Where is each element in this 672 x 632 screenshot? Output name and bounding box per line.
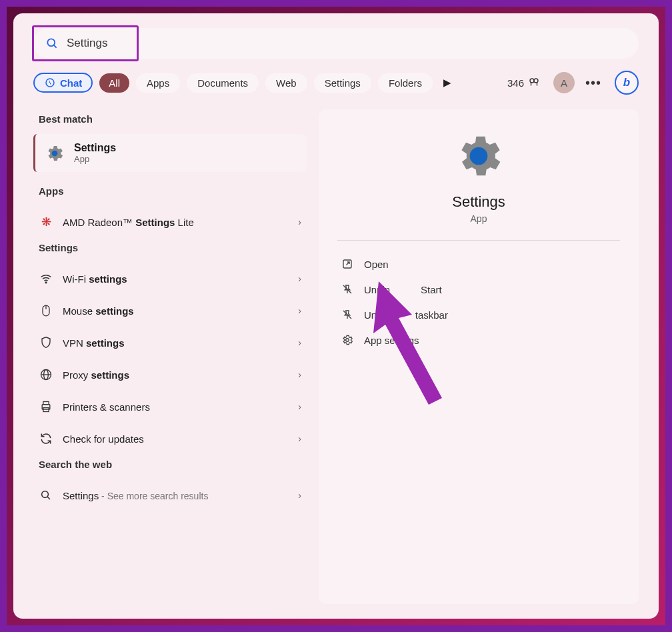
results-column: Best match Settings App Apps ❋ AMD Radeo… bbox=[33, 109, 307, 604]
svg-line-1 bbox=[54, 45, 57, 48]
rewards-icon bbox=[528, 77, 540, 89]
action-app-settings[interactable]: App settings bbox=[337, 329, 620, 351]
svg-point-21 bbox=[346, 339, 349, 342]
chevron-right-icon: › bbox=[298, 273, 301, 284]
wifi-icon bbox=[39, 271, 53, 286]
action-unpin-taskbar[interactable]: Unpin taskbar bbox=[337, 303, 620, 326]
bing-chat-icon bbox=[44, 77, 56, 89]
best-match-result[interactable]: Settings App bbox=[33, 134, 307, 172]
search-window: Chat All Apps Documents Web Settings Fol… bbox=[13, 13, 659, 619]
more-options-icon[interactable]: ••• bbox=[585, 75, 601, 91]
chevron-right-icon: › bbox=[298, 433, 301, 444]
refresh-icon bbox=[39, 431, 53, 446]
section-settings: Settings bbox=[33, 238, 307, 263]
svg-line-16 bbox=[47, 497, 50, 499]
divider bbox=[337, 240, 620, 241]
more-filters-icon[interactable]: ▶ bbox=[443, 77, 451, 89]
chevron-right-icon: › bbox=[298, 337, 301, 348]
globe-icon bbox=[39, 367, 53, 382]
setting-proxy[interactable]: Proxy settings › bbox=[33, 359, 307, 391]
setting-wifi[interactable]: Wi-Fi settings › bbox=[33, 263, 307, 295]
filter-folders[interactable]: Folders bbox=[378, 73, 433, 93]
section-apps: Apps bbox=[33, 181, 307, 206]
unpin-icon bbox=[341, 283, 353, 295]
panel-subtitle: App bbox=[471, 213, 487, 224]
preview-panel: Settings App Open Unpin Start Unpin task… bbox=[319, 109, 639, 604]
filter-documents[interactable]: Documents bbox=[187, 73, 259, 93]
filter-row: Chat All Apps Documents Web Settings Fol… bbox=[33, 71, 639, 95]
svg-point-3 bbox=[530, 79, 534, 83]
filter-chat[interactable]: Chat bbox=[33, 73, 93, 93]
filter-all[interactable]: All bbox=[99, 73, 129, 93]
chevron-right-icon: › bbox=[298, 217, 301, 227]
svg-point-6 bbox=[45, 282, 47, 283]
filter-chat-label: Chat bbox=[60, 77, 82, 89]
action-list: Open Unpin Start Unpin taskbar App setti… bbox=[337, 253, 620, 351]
svg-rect-13 bbox=[43, 402, 49, 405]
svg-point-15 bbox=[42, 491, 49, 498]
chevron-right-icon: › bbox=[298, 401, 301, 412]
amd-icon: ❋ bbox=[39, 215, 53, 229]
search-icon bbox=[39, 488, 53, 503]
chevron-right-icon: › bbox=[298, 490, 301, 501]
app-result-label: AMD Radeon™ Settings Lite bbox=[63, 217, 289, 228]
avatar[interactable]: A bbox=[553, 72, 575, 93]
svg-point-5 bbox=[52, 150, 58, 156]
main-area: Best match Settings App Apps ❋ AMD Radeo… bbox=[33, 109, 639, 604]
best-match-subtitle: App bbox=[74, 154, 116, 164]
search-input[interactable] bbox=[67, 37, 627, 50]
chevron-right-icon: › bbox=[298, 305, 301, 316]
shield-icon bbox=[39, 335, 53, 350]
mouse-icon bbox=[39, 303, 53, 318]
filter-settings[interactable]: Settings bbox=[314, 73, 371, 93]
filter-apps[interactable]: Apps bbox=[136, 73, 180, 93]
open-icon bbox=[341, 258, 353, 270]
section-search-web: Search the web bbox=[33, 455, 307, 479]
rewards-points[interactable]: 346 bbox=[507, 77, 540, 89]
gear-icon bbox=[341, 334, 353, 346]
action-unpin-start[interactable]: Unpin Start bbox=[337, 278, 620, 301]
app-result-amd[interactable]: ❋ AMD Radeon™ Settings Lite › bbox=[33, 206, 307, 238]
svg-point-0 bbox=[47, 39, 55, 46]
panel-title: Settings bbox=[452, 193, 505, 211]
settings-app-icon bbox=[45, 143, 65, 163]
search-bar[interactable] bbox=[33, 28, 639, 59]
bing-icon: b bbox=[623, 76, 630, 89]
setting-vpn[interactable]: VPN settings › bbox=[33, 327, 307, 359]
settings-large-icon bbox=[452, 129, 505, 183]
printer-icon bbox=[39, 399, 53, 414]
bing-button[interactable]: b bbox=[615, 71, 639, 95]
section-best-match: Best match bbox=[33, 109, 307, 134]
chevron-right-icon: › bbox=[298, 369, 301, 380]
svg-point-17 bbox=[470, 147, 488, 165]
best-match-title: Settings bbox=[74, 142, 116, 154]
setting-printers[interactable]: Printers & scanners › bbox=[33, 391, 307, 423]
search-icon bbox=[45, 37, 59, 50]
svg-point-4 bbox=[534, 79, 538, 83]
unpin-icon bbox=[341, 309, 353, 321]
setting-updates[interactable]: Check for updates › bbox=[33, 423, 307, 455]
action-open[interactable]: Open bbox=[337, 253, 620, 275]
filter-web[interactable]: Web bbox=[265, 73, 307, 93]
setting-mouse[interactable]: Mouse settings › bbox=[33, 295, 307, 327]
web-result[interactable]: Settings - See more search results › bbox=[33, 479, 307, 511]
